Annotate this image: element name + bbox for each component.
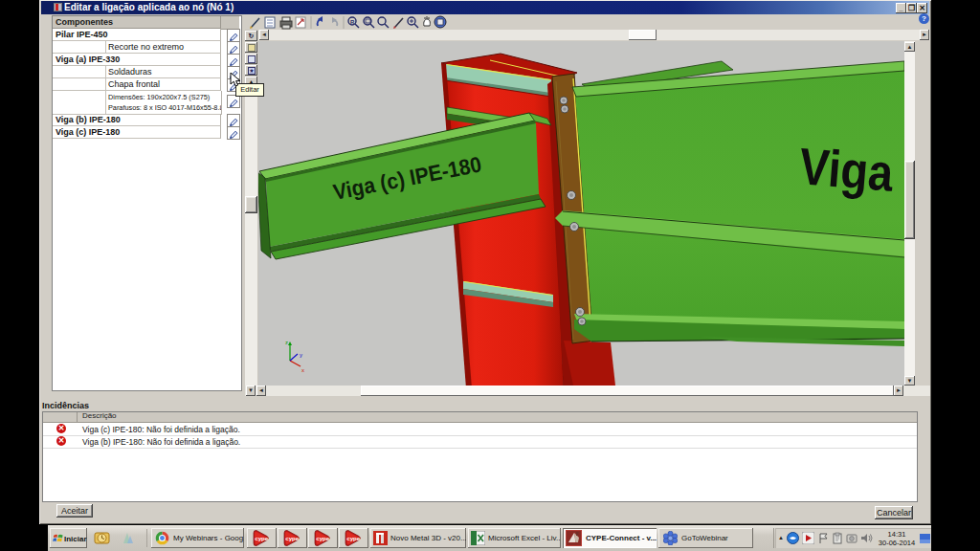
svg-text:x: x [301,367,304,373]
svg-text:cype: cype [316,535,330,541]
svg-text:z: z [285,340,288,345]
svg-text:y: y [300,352,302,358]
svg-text:cype: cype [346,535,361,541]
svg-text:cype: cype [255,535,269,541]
svg-text:cype: cype [285,535,300,541]
svg-text:R: R [350,19,355,25]
svg-text:Viga: Viga [797,137,896,202]
